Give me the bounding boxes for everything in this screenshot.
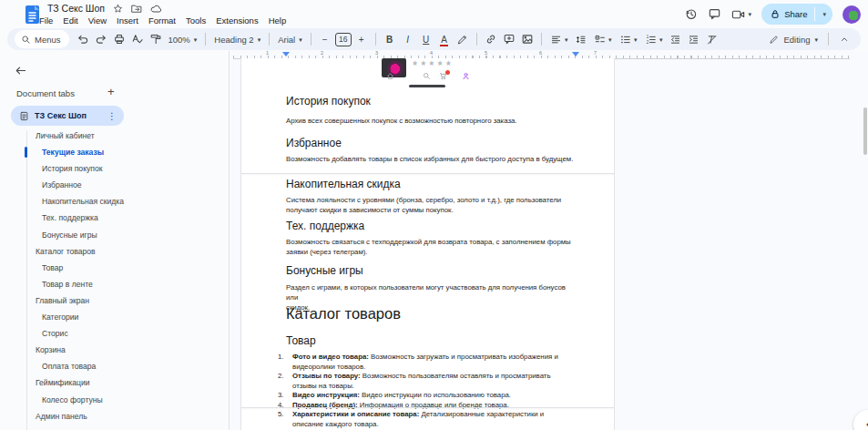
product-feature-list[interactable]: Фото и видео товара: Возможность загружа… [276,353,579,430]
document-block[interactable]: Накопительная скидка [286,178,579,190]
google-docs-logo-icon[interactable] [25,5,40,25]
share-caret-icon[interactable]: ▾ [822,11,826,17]
line-spacing-button[interactable] [573,31,589,47]
list-item[interactable]: Характеристики и описание товара: Детали… [276,410,579,429]
cloud-saved-icon[interactable] [150,4,162,14]
outline-item[interactable]: Избранное [0,177,229,193]
menu-item[interactable]: Insert [117,15,138,26]
document-block[interactable]: Каталог товаров [286,305,579,322]
paint-format-button[interactable] [148,31,164,47]
document-block[interactable]: Архив всех совершенных покупок с возможн… [286,117,579,127]
outline-item[interactable]: Сторис [0,325,229,342]
search-tab-icon [423,72,431,80]
outline-item[interactable]: Товар в ленте [0,276,229,292]
document-block[interactable]: Избранное [286,137,579,149]
add-comment-button[interactable] [501,31,517,47]
outline-item[interactable]: Колесо фортуны [0,392,229,408]
menus-search-button[interactable]: Menus [15,30,69,48]
menu-item[interactable]: Extensions [216,15,258,26]
share-button[interactable]: Share ▾ [761,4,832,25]
document-block[interactable]: Бонусные игры [286,264,579,277]
document-block[interactable]: Товар [286,334,579,347]
outline-item[interactable]: Накопительная скидка [0,193,229,210]
account-avatar[interactable] [842,5,861,24]
version-history-icon[interactable] [684,7,698,21]
menu-item[interactable]: Tools [186,15,206,26]
star-icon[interactable] [113,4,123,14]
font-size-input[interactable]: 16 [335,33,352,46]
outline-item[interactable]: Личный кабинет [0,128,229,144]
list-item[interactable]: Фото и видео товара: Возможность загружа… [276,353,579,372]
menu-item[interactable]: Format [148,15,176,26]
outline-item[interactable]: Геймификации [0,374,229,391]
document-page[interactable]: ★★★★★ История покупокАрхив всех совершен… [240,58,615,430]
document-block[interactable]: История покупок [286,95,579,108]
document-title[interactable]: ТЗ Секс Шоп [47,3,105,14]
document-block[interactable]: Возможность добавлять товары в список из… [286,155,579,165]
outline-item[interactable]: Категории [0,309,229,325]
undo-button[interactable] [75,31,91,47]
outline-item[interactable]: История покупок [0,160,229,177]
menu-item[interactable]: File [39,15,53,26]
list-item[interactable]: Видео инструкция: Видео инструкции по ис… [276,391,579,401]
outline-item[interactable]: Главный экран [0,292,229,309]
hide-menus-button[interactable] [839,34,850,45]
back-arrow-icon[interactable] [14,64,27,77]
document-block[interactable]: Возможность связаться с техподдержкой дл… [286,238,579,258]
clear-formatting-button[interactable] [704,31,720,47]
align-button[interactable]: ▾ [547,31,571,47]
tab-indicator-bar [409,85,445,87]
move-folder-icon[interactable] [131,4,142,14]
outline-item[interactable]: Бонусные игры [0,227,229,243]
menu-item[interactable]: Help [269,15,287,26]
paragraph-style-select[interactable]: Heading 2▾ [211,35,263,45]
outline-item[interactable]: Текущие заказы [0,144,229,160]
decrease-indent-button[interactable] [668,31,684,47]
text-color-button[interactable]: A [441,35,447,45]
print-button[interactable] [111,31,128,47]
italic-button[interactable]: I [400,31,416,47]
increase-indent-button[interactable] [686,31,702,47]
outline-item[interactable]: Оплата товара [0,358,229,374]
search-icon [21,35,31,45]
video-call-icon[interactable]: ▾ [731,8,752,21]
insert-link-button[interactable] [483,31,499,47]
decrease-font-size-button[interactable]: − [317,31,333,47]
zoom-select[interactable]: 100%▾ [166,35,200,45]
outline-item[interactable]: Корзина [0,342,229,358]
outline-item[interactable]: Товар [0,260,229,276]
bold-button[interactable]: B [382,31,398,47]
right-indent-marker[interactable] [572,52,579,56]
outline-item[interactable]: Админ панель [0,408,229,425]
increase-font-size-button[interactable]: + [353,31,370,47]
menu-item[interactable]: Edit [63,15,77,26]
redo-button[interactable] [93,31,109,47]
document-block[interactable]: Система лояльности с уровнями (бронза, с… [286,196,579,216]
document-block[interactable]: Тех. поддержка [286,220,579,232]
outline-item[interactable]: Рассылки [0,425,229,430]
outline-item[interactable]: Каталог товаров [0,243,229,260]
comments-icon[interactable] [708,7,721,21]
checklist-button[interactable]: ▾ [591,31,615,47]
page-break-line [241,173,614,174]
tab-options-kebab-icon[interactable]: ⋮ [107,111,117,121]
bulleted-list-button[interactable]: ▾ [617,31,640,47]
insert-image-button[interactable] [519,31,536,47]
numbered-list-button[interactable]: 12▾ [642,31,666,47]
toolbar-divider [828,33,829,46]
embedded-app-screenshot[interactable]: ★★★★★ [241,58,614,89]
active-document-tab[interactable]: ТЗ Секс Шоп ⋮ [11,106,124,126]
left-indent-marker[interactable] [282,52,290,56]
add-tab-button[interactable]: + [107,85,115,98]
highlight-color-button[interactable] [454,31,471,47]
underline-button[interactable]: U [418,31,434,47]
list-item[interactable]: Отзывы по товару: Возможность пользовате… [276,372,579,391]
floating-button[interactable]: ✦ [853,410,868,430]
font-select[interactable]: Arial▾ [275,35,305,45]
editing-mode-select[interactable]: Editing ▾ [769,35,818,45]
outline-item[interactable]: Тех. поддержка [0,210,229,226]
list-item[interactable]: Продавец (бренд): Информация о продавце … [276,401,579,411]
vertical-scrollbar[interactable] [863,108,867,155]
menu-item[interactable]: View [88,15,107,26]
spell-check-button[interactable] [129,31,146,47]
